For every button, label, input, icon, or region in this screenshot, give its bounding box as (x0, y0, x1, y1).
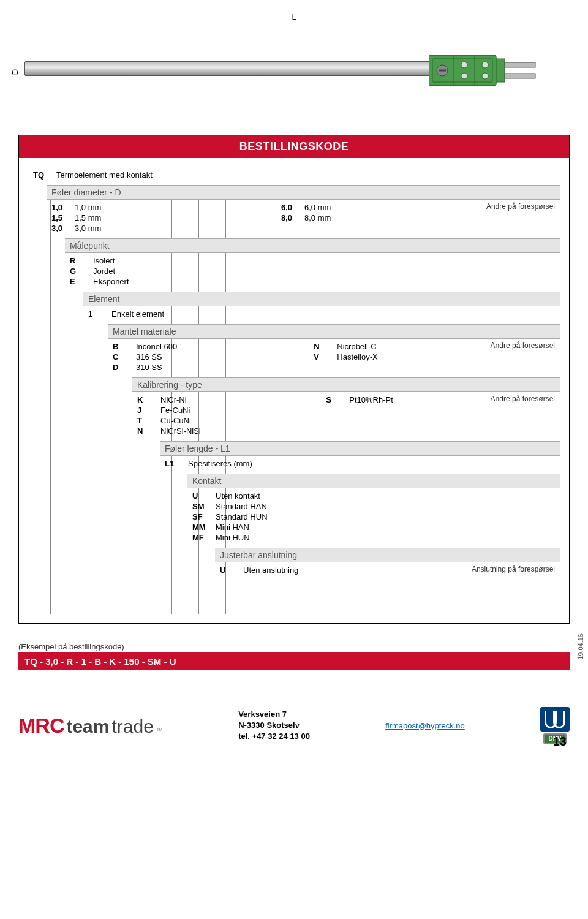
svg-rect-10 (505, 62, 535, 67)
logo-tm: ™ (156, 727, 163, 734)
example-bar: TQ - 3,0 - R - 1 - B - K - 150 - SM - U (18, 652, 570, 670)
kalibrering-note: Andre på foresørsel (491, 395, 555, 403)
kontakt-header: Kontakt (187, 474, 560, 488)
kv-key: L1 (165, 459, 183, 468)
kv-val: Hastelloy-X (337, 352, 377, 361)
kv-key: T (137, 416, 156, 425)
node-mantel: Mantel materiale Andre på foresørsel BIn… (108, 324, 560, 377)
kv-key: 3,0 (51, 224, 70, 233)
kv-val: Enkelt element (111, 309, 164, 319)
dimension-label-D: D (10, 69, 20, 75)
kv-val: Mini HAN (216, 523, 249, 532)
kv-val: 8,0 mm (304, 213, 331, 222)
svg-rect-9 (496, 59, 505, 82)
kv-key: V (314, 352, 332, 361)
kv-key: 1,5 (51, 213, 70, 222)
kv-key: U (192, 491, 211, 501)
node-justerbar: Justerbar anslutning Anslutning på fores… (215, 548, 560, 580)
diameter-header: Føler diameter - D (47, 185, 560, 200)
address-block: Verksveien 7 N-3330 Skotselv tel. +47 32… (238, 709, 310, 743)
kv-key: N (137, 426, 156, 436)
justerbar-header: Justerbar anslutning (215, 548, 560, 562)
kalibrering-header: Kalibrering - type (132, 377, 560, 392)
probe-body (24, 61, 435, 76)
malepunkt-header: Målepunkt (65, 238, 560, 253)
node-malepunkt: Målepunkt RIsolert GJordet EEksponert (65, 238, 560, 292)
kv-key: G (70, 267, 88, 276)
svg-point-8 (482, 73, 488, 79)
node-element: Element 1Enkelt element (83, 292, 560, 324)
example-code: TQ - 3,0 - R - 1 - B - K - 150 - SM - U (24, 656, 176, 667)
kv-val: 316 SS (136, 352, 162, 361)
kv-key: D (113, 363, 131, 372)
kv-key: 1 (88, 309, 107, 319)
kv-val: Uten anslutning (243, 565, 298, 575)
example-label: (Eksempel på bestillingskode) (18, 642, 570, 651)
addr-line2: N-3330 Skotselv (238, 720, 310, 731)
svg-rect-11 (505, 74, 535, 78)
date-code: 19.04.16 (577, 633, 584, 660)
kv-val: Standard HUN (216, 512, 268, 521)
kv-val: NiCr-Ni (160, 395, 187, 404)
kv-key: U (220, 565, 238, 575)
kv-key: MF (192, 533, 211, 542)
kv-key: S (326, 395, 344, 404)
kv-val: Mini HUN (216, 533, 250, 542)
kv-val: Cu-CuNi (160, 416, 191, 425)
kv-val: NiCrSi-NiSi (160, 426, 201, 436)
dimension-label-L: L (292, 12, 296, 21)
product-code: TQ (33, 170, 51, 180)
diameter-note: Andre på forespørsel (486, 202, 555, 211)
kv-key: C (113, 352, 131, 361)
node-kontakt: Kontakt UUten kontakt SMStandard HAN SFS… (187, 474, 560, 548)
kv-val: Eksponert (93, 277, 129, 286)
product-label: Termoelement med kontakt (56, 170, 153, 180)
kv-key: 1,0 (51, 203, 70, 212)
element-header: Element (83, 292, 560, 306)
kv-key: N (314, 342, 332, 351)
technical-drawing: L D (18, 12, 570, 104)
node-diameter: Føler diameter - D Andre på forespørsel … (47, 185, 560, 238)
kv-key: 8,0 (281, 213, 300, 222)
dimension-line-L (18, 25, 447, 25)
email-link[interactable]: firmapost@hypteck.no (385, 721, 465, 730)
title-bar: BESTILLINGSKODE (18, 135, 570, 158)
kv-key: 6,0 (281, 203, 300, 212)
logo-trade-text: trade (111, 716, 153, 737)
kv-val: 6,0 mm (304, 203, 331, 212)
svg-point-6 (461, 73, 467, 79)
kv-key: J (137, 406, 156, 415)
kv-key: K (137, 395, 156, 404)
kv-key: R (70, 256, 88, 265)
kv-val: Standard HAN (216, 502, 267, 511)
kv-key: MM (192, 523, 211, 532)
addr-line1: Verksveien 7 (238, 709, 310, 720)
kv-val: Spesifiseres (mm) (188, 459, 252, 468)
logo-team-text: team (66, 716, 109, 737)
kv-val: Jordet (93, 267, 115, 276)
product-row: TQ Termoelement med kontakt (33, 170, 555, 180)
node-length: Føler lengde - L1 L1Spesifiseres (mm) (160, 441, 560, 474)
kv-key: E (70, 277, 88, 286)
justerbar-note: Anslutning på forespørsel (472, 565, 555, 573)
kv-val: 1,5 mm (75, 213, 101, 222)
kv-val: Uten kontakt (216, 491, 260, 501)
kv-val: Pt10%Rh-Pt (349, 395, 393, 404)
node-product: TQ Termoelement med kontakt (28, 167, 560, 185)
kv-val: Fe-CuNi (160, 406, 190, 415)
ordering-tree: TQ Termoelement med kontakt Føler diamet… (18, 158, 570, 624)
anchor-icon (540, 707, 570, 732)
mantel-note: Andre på foresørsel (491, 341, 555, 350)
mrc-logo: MRC teamtrade ™ (18, 714, 163, 738)
svg-point-5 (461, 62, 467, 68)
addr-line3: tel. +47 32 24 13 00 (238, 731, 310, 742)
kv-val: Isolert (93, 256, 115, 265)
kv-val: Nicrobell-C (337, 342, 376, 351)
kv-key: SM (192, 502, 211, 511)
connector-plug (429, 49, 551, 92)
node-kalibrering: Kalibrering - type Andre på foresørsel K… (132, 377, 560, 441)
title-text: BESTILLINGSKODE (239, 140, 349, 153)
kv-key: B (113, 342, 131, 351)
logo-mrc-text: MRC (18, 714, 64, 738)
mantel-header: Mantel materiale (108, 324, 560, 339)
